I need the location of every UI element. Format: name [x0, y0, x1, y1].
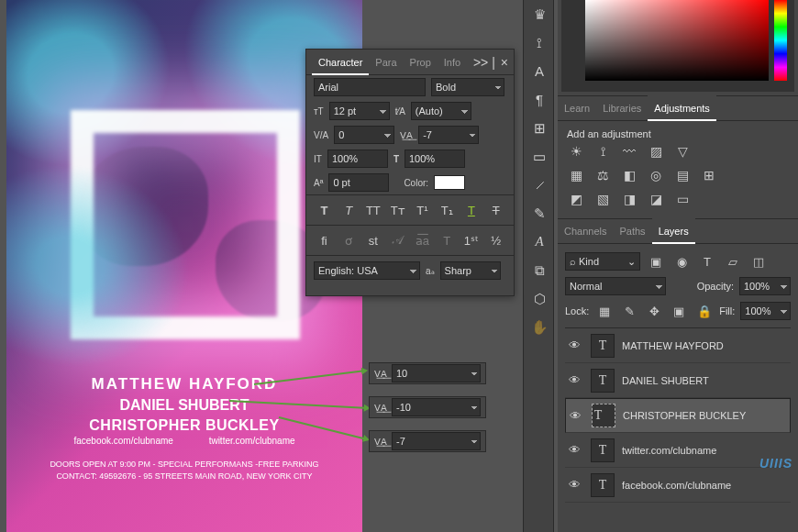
stylistic-alt-icon[interactable]: a͞a: [412, 230, 432, 250]
photofilter-icon[interactable]: ◎: [647, 167, 665, 183]
layer-row[interactable]: 👁 T facebook.com/clubname: [565, 468, 791, 503]
subscript-icon[interactable]: T₁: [437, 200, 457, 220]
ordinals-icon[interactable]: 1ˢᵗ: [461, 230, 482, 250]
allcaps-icon[interactable]: TT: [363, 200, 383, 220]
superscript-icon[interactable]: T¹: [412, 200, 432, 220]
italic-icon[interactable]: T: [338, 200, 359, 220]
tab-adjustments[interactable]: Adjustments: [648, 95, 716, 121]
swash-icon[interactable]: 𝒜: [388, 230, 408, 250]
threshold-icon[interactable]: ◨: [620, 191, 638, 207]
balance-icon[interactable]: ⚖: [593, 167, 612, 183]
footer-line-2: CONTACT: 49592676 - 95 STREETS MAIN ROAD…: [6, 471, 362, 482]
filter-shape-icon[interactable]: ▱: [723, 251, 743, 272]
bold-icon[interactable]: T: [314, 200, 334, 220]
hand-icon[interactable]: ✋: [524, 313, 555, 341]
close-panel-icon[interactable]: ×: [501, 55, 508, 70]
vibrance-icon[interactable]: ▽: [673, 143, 692, 160]
lock-transparency-icon[interactable]: ▦: [594, 301, 614, 321]
filter-type-icon[interactable]: T: [697, 251, 717, 272]
fractions-icon[interactable]: ½: [486, 230, 506, 250]
font-family-input[interactable]: [314, 78, 426, 96]
tracking-value-select[interactable]: 10: [392, 364, 481, 382]
tracking-icon: V͟A͟: [374, 403, 387, 413]
filter-smart-icon[interactable]: ◫: [748, 251, 769, 272]
visibility-toggle-icon[interactable]: 👁: [569, 478, 583, 492]
tab-info[interactable]: Info: [438, 50, 467, 75]
swatch-icon[interactable]: ▭: [524, 142, 555, 171]
tracking-value-select[interactable]: -10: [392, 398, 481, 416]
vertical-scale-input[interactable]: [327, 150, 388, 168]
layer-row-selected[interactable]: 👁 T CHRISTOPHER BUCKLEY: [565, 398, 791, 433]
strikethrough-icon[interactable]: T: [486, 200, 506, 220]
visibility-toggle-icon[interactable]: 👁: [570, 409, 584, 423]
tab-layers[interactable]: Layers: [652, 218, 695, 244]
hue-slider[interactable]: [774, 0, 787, 81]
hue-icon[interactable]: ▦: [567, 167, 585, 183]
mixer-icon[interactable]: ▤: [673, 167, 692, 183]
lut-icon[interactable]: ⊞: [700, 167, 718, 183]
visibility-toggle-icon[interactable]: 👁: [569, 373, 583, 387]
horizontal-scale-input[interactable]: [405, 150, 465, 168]
brush-icon[interactable]: ✎: [524, 199, 555, 227]
blend-mode-select[interactable]: Normal: [565, 277, 666, 295]
tab-paths[interactable]: Paths: [613, 218, 651, 244]
tab-paragraph[interactable]: Para: [369, 50, 403, 75]
brush-preset-icon[interactable]: ⟟: [524, 28, 555, 57]
glyphs-icon[interactable]: ⊞: [524, 114, 555, 142]
lock-paint-icon[interactable]: ✎: [619, 301, 638, 321]
tracking-value-select[interactable]: -7: [392, 432, 481, 450]
antialias-select[interactable]: Sharp: [440, 261, 501, 280]
clone-icon[interactable]: ⧉: [524, 256, 555, 284]
bw-icon[interactable]: ◧: [620, 167, 638, 183]
curves-icon[interactable]: 〰: [620, 143, 638, 160]
cube-icon[interactable]: ⬡: [524, 284, 555, 313]
tracking-select[interactable]: -7: [418, 126, 479, 144]
ligatures-icon[interactable]: fi: [314, 230, 334, 250]
layer-filter-kind[interactable]: ⌕Kind⌄: [565, 252, 640, 271]
brightness-icon[interactable]: ☀: [567, 143, 585, 160]
layer-row[interactable]: 👁 T DANIEL SHUBERT: [565, 363, 791, 398]
color-picker-panel[interactable]: [561, 0, 794, 92]
filter-image-icon[interactable]: ▣: [646, 251, 666, 272]
tab-learn[interactable]: Learn: [558, 95, 596, 121]
titling-alt-icon[interactable]: T: [437, 230, 457, 250]
contextual-alt-icon[interactable]: ơ: [338, 230, 359, 250]
color-field[interactable]: [585, 0, 769, 81]
ruler-icon[interactable]: ⟋: [524, 171, 555, 199]
posterize-icon[interactable]: ▧: [593, 191, 612, 207]
filter-adjust-icon[interactable]: ◉: [671, 251, 692, 272]
text-color-swatch[interactable]: [434, 175, 465, 190]
character-panel-icon[interactable]: A: [524, 57, 555, 85]
invert-icon[interactable]: ◩: [567, 191, 585, 207]
layer-row[interactable]: 👁 T twitter.com/clubname: [565, 433, 791, 468]
opacity-select[interactable]: 100%: [739, 277, 791, 295]
visibility-toggle-icon[interactable]: 👁: [569, 443, 583, 457]
tab-channels[interactable]: Channels: [558, 218, 613, 244]
font-size-select[interactable]: 12 pt: [329, 102, 390, 120]
leading-select[interactable]: (Auto): [411, 102, 471, 120]
baseline-shift-input[interactable]: [328, 173, 389, 192]
tab-properties[interactable]: Prop: [404, 50, 438, 75]
language-select[interactable]: English: USA: [314, 261, 420, 280]
visibility-toggle-icon[interactable]: 👁: [569, 338, 583, 352]
levels-icon[interactable]: ⟟: [593, 143, 612, 160]
tab-libraries[interactable]: Libraries: [596, 95, 648, 121]
gradient-map-icon[interactable]: ▭: [673, 191, 692, 207]
paragraph-panel-icon[interactable]: ¶: [524, 85, 555, 114]
font-weight-select[interactable]: Bold: [431, 78, 504, 96]
fill-select[interactable]: 100%: [740, 302, 791, 320]
lock-artboard-icon[interactable]: ▣: [670, 301, 689, 321]
kerning-select[interactable]: 0: [334, 126, 394, 144]
discretionary-lig-icon[interactable]: st: [363, 230, 383, 250]
selective-icon[interactable]: ◪: [647, 191, 665, 207]
exposure-icon[interactable]: ▨: [647, 143, 665, 160]
underline-icon[interactable]: T: [461, 200, 482, 220]
layer-row[interactable]: 👁 T MATTHEW HAYFORD: [565, 328, 791, 363]
smallcaps-icon[interactable]: Tᴛ: [388, 200, 408, 220]
expand-tabs-icon[interactable]: >> |: [473, 55, 495, 70]
lock-all-icon[interactable]: 🔒: [694, 301, 714, 321]
lock-position-icon[interactable]: ✥: [645, 301, 664, 321]
tab-character[interactable]: Character: [312, 50, 369, 75]
crown-icon[interactable]: ♛: [524, 0, 555, 28]
glyph-a-icon[interactable]: A: [524, 227, 555, 256]
